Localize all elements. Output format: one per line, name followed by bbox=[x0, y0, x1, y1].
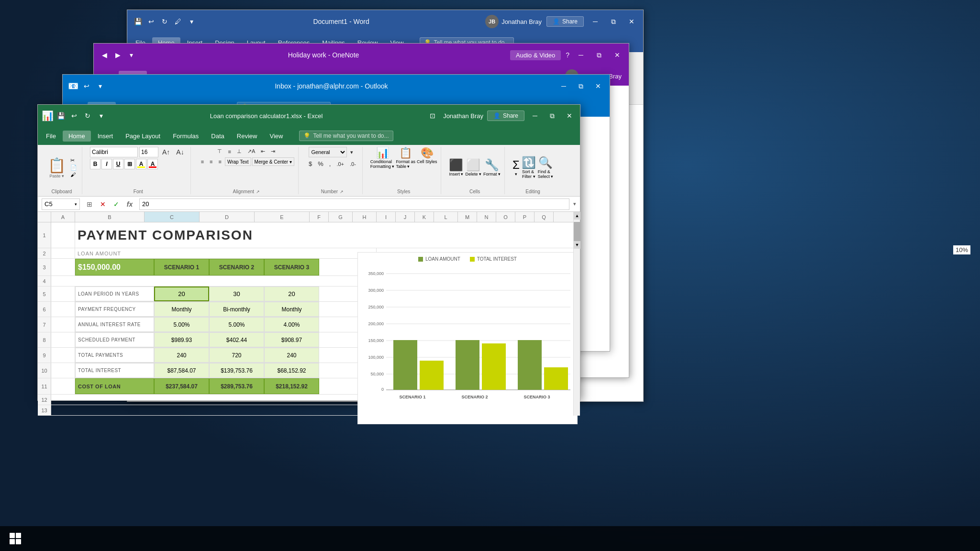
find-select-btn[interactable]: 🔍 Find &Select ▾ bbox=[538, 156, 554, 179]
font-color-btn[interactable]: A bbox=[147, 159, 158, 169]
excel-restore-btn[interactable]: ⧉ bbox=[546, 110, 559, 121]
word-redo-btn[interactable]: ↻ bbox=[159, 16, 170, 27]
vertical-scrollbar[interactable]: ▲ ▼ bbox=[573, 212, 580, 416]
col-header-q[interactable]: Q bbox=[535, 212, 554, 222]
word-restore-btn[interactable]: ⧉ bbox=[607, 16, 620, 27]
align-bottom-btn[interactable]: ⊥ bbox=[234, 147, 244, 156]
outlook-restore-btn[interactable]: ⧉ bbox=[574, 81, 588, 91]
excel-close-btn[interactable]: ✕ bbox=[563, 110, 576, 121]
col-header-o[interactable]: O bbox=[496, 212, 515, 222]
cell-label-loan-period[interactable]: LOAN PERIOD IN YEARS bbox=[75, 287, 154, 301]
col-header-j[interactable]: J bbox=[396, 212, 415, 222]
cell-s2-total-payments[interactable]: 720 bbox=[209, 348, 264, 363]
insert-btn[interactable]: ⬛ Insert ▾ bbox=[449, 158, 463, 176]
cell-label-total-interest[interactable]: TOTAL INTEREST bbox=[75, 363, 154, 378]
cell-label-annual-rate[interactable]: ANNUAL INTEREST RATE bbox=[75, 317, 154, 332]
merge-center-btn[interactable]: Merge & Center ▾ bbox=[252, 157, 294, 166]
align-right-btn[interactable]: ≡ bbox=[216, 157, 224, 166]
excel-share-btn[interactable]: 👤 Share bbox=[487, 110, 524, 121]
percent-btn[interactable]: % bbox=[315, 159, 326, 169]
name-box-dropdown[interactable]: ▾ bbox=[75, 202, 77, 207]
col-header-h[interactable]: H bbox=[353, 212, 377, 222]
formula-bar-expand-btn[interactable]: ▾ bbox=[573, 201, 576, 207]
excel-qat-more[interactable]: ▾ bbox=[95, 110, 107, 121]
cell-a1[interactable] bbox=[51, 222, 75, 248]
cell-s2-cost-of-loan[interactable]: $289,753.76 bbox=[209, 378, 264, 394]
cell-s1-loan-period[interactable]: 20 bbox=[154, 287, 209, 301]
cell-a5[interactable] bbox=[51, 287, 75, 301]
excel-tell-me[interactable]: 💡 Tell me what you want to do... bbox=[299, 131, 393, 141]
col-header-n[interactable]: N bbox=[477, 212, 496, 222]
onenote-close-btn[interactable]: ✕ bbox=[611, 50, 624, 60]
name-box[interactable]: C5 ▾ bbox=[42, 198, 80, 210]
dec-increase-btn[interactable]: .0+ bbox=[334, 159, 346, 169]
outlook-qat-more[interactable]: ▾ bbox=[94, 80, 106, 92]
cell-s3-annual-rate[interactable]: 4.00% bbox=[264, 317, 319, 332]
col-header-b[interactable]: B bbox=[75, 212, 145, 222]
onenote-minimize-btn[interactable]: ─ bbox=[574, 50, 588, 60]
word-minimize-btn[interactable]: ─ bbox=[589, 16, 602, 27]
word-qat-dropdown[interactable]: ▾ bbox=[186, 16, 197, 27]
excel-menu-review[interactable]: Review bbox=[231, 131, 263, 142]
cell-label-scheduled-payment[interactable]: SCHEDULED PAYMENT bbox=[75, 332, 154, 347]
cell-s1-total-interest[interactable]: $87,584.07 bbox=[154, 363, 209, 378]
col-header-i[interactable]: I bbox=[377, 212, 396, 222]
cell-styles-btn[interactable]: 🎨 Cell Styles bbox=[417, 147, 437, 164]
excel-menu-data[interactable]: Data bbox=[205, 131, 230, 142]
word-share-btn[interactable]: 👤 Share bbox=[546, 16, 584, 27]
cell-a11[interactable] bbox=[51, 378, 75, 394]
cell-a6[interactable] bbox=[51, 302, 75, 317]
bold-btn[interactable]: B bbox=[90, 159, 100, 169]
word-save-btn[interactable]: 💾 bbox=[132, 16, 144, 27]
col-header-c[interactable]: C bbox=[145, 212, 200, 222]
scroll-thumb[interactable] bbox=[574, 222, 580, 241]
cell-s3-cost-of-loan[interactable]: $218,152.92 bbox=[264, 378, 319, 394]
cell-s1-payment-freq[interactable]: Monthly bbox=[154, 302, 209, 317]
number-dialog-launcher[interactable]: ↗ bbox=[340, 189, 344, 194]
font-shrink-btn[interactable]: A↓ bbox=[174, 147, 186, 157]
italic-btn[interactable]: I bbox=[101, 159, 112, 169]
excel-expand-btn[interactable]: ⊡ bbox=[426, 110, 439, 121]
align-middle-btn[interactable]: ≡ bbox=[225, 147, 233, 156]
cell-a7[interactable] bbox=[51, 317, 75, 332]
font-grow-btn[interactable]: A↑ bbox=[160, 147, 172, 157]
cell-s2-annual-rate[interactable]: 5.00% bbox=[209, 317, 264, 332]
cell-rest-1[interactable] bbox=[377, 222, 580, 248]
word-qat-more[interactable]: 🖊 bbox=[172, 16, 184, 27]
formula-input[interactable]: 20 bbox=[139, 198, 569, 210]
formula-confirm-btn[interactable]: ✓ bbox=[111, 198, 122, 210]
alignment-dialog-launcher[interactable]: ↗ bbox=[256, 189, 260, 194]
onenote-forward-btn[interactable]: ▶ bbox=[112, 49, 123, 61]
cell-label-cost-of-loan[interactable]: COST OF LOAN bbox=[75, 378, 154, 394]
number-format-select[interactable]: General Number Currency Percentage bbox=[309, 147, 347, 157]
outlook-undo-btn[interactable]: ↩ bbox=[81, 80, 92, 92]
excel-menu-insert[interactable]: Insert bbox=[92, 131, 119, 142]
paste-btn[interactable]: 📋 Paste ▾ bbox=[45, 157, 68, 178]
align-top-btn[interactable]: ⊤ bbox=[215, 147, 224, 156]
cell-s2-total-interest[interactable]: $139,753.76 bbox=[209, 363, 264, 378]
format-btn[interactable]: 🔧 Format ▾ bbox=[483, 158, 501, 176]
col-header-e[interactable]: E bbox=[255, 212, 310, 222]
col-header-f[interactable]: F bbox=[310, 212, 329, 222]
cell-s1-total-payments[interactable]: 240 bbox=[154, 348, 209, 363]
scroll-up-btn[interactable]: ▲ bbox=[574, 212, 580, 220]
cell-s1-annual-rate[interactable]: 5.00% bbox=[154, 317, 209, 332]
cell-b2[interactable]: LOAN AMOUNT bbox=[75, 248, 377, 258]
col-header-k[interactable]: K bbox=[415, 212, 434, 222]
cell-a8[interactable] bbox=[51, 332, 75, 347]
cell-s1-scheduled[interactable]: $989.93 bbox=[154, 332, 209, 347]
outlook-minimize-btn[interactable]: ─ bbox=[557, 81, 570, 91]
col-header-a[interactable]: A bbox=[51, 212, 75, 222]
cell-loan-amount[interactable]: $150,000.00 bbox=[75, 259, 154, 276]
scroll-down-btn[interactable]: ▼ bbox=[574, 241, 580, 249]
cell-s3-total-interest[interactable]: $68,152.92 bbox=[264, 363, 319, 378]
cell-s3-scheduled[interactable]: $908.97 bbox=[264, 332, 319, 347]
start-button[interactable] bbox=[5, 528, 26, 549]
copy-btn[interactable]: 📄 bbox=[70, 165, 77, 171]
sum-btn[interactable]: Σ ▾ bbox=[512, 158, 520, 176]
delete-btn[interactable]: ⬜ Delete ▾ bbox=[465, 158, 481, 176]
outlook-close-btn[interactable]: ✕ bbox=[591, 81, 605, 91]
dec-decrease-btn[interactable]: .0- bbox=[347, 159, 358, 169]
cut-btn[interactable]: ✂ bbox=[70, 157, 77, 164]
underline-btn[interactable]: U bbox=[113, 159, 123, 169]
